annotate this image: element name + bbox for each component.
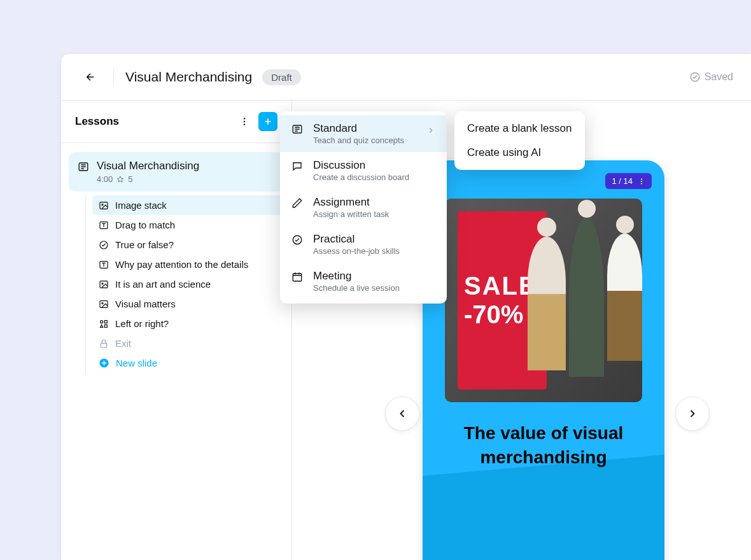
new-slide-button[interactable]: New slide [92, 353, 284, 373]
slide-label: It is an art and science [115, 279, 211, 290]
chevron-left-icon [396, 407, 409, 420]
menu-title: Practical [313, 233, 435, 246]
mannequin-icon [528, 237, 566, 326]
menu-item-create-ai[interactable]: Create using AI [454, 141, 585, 165]
slide-label: Left or right? [115, 318, 169, 329]
status-badge: Draft [262, 69, 301, 85]
chevron-right-icon [686, 407, 699, 420]
svg-rect-23 [293, 274, 302, 281]
svg-point-2 [244, 121, 245, 122]
svg-rect-15 [104, 320, 107, 323]
svg-rect-5 [100, 202, 108, 209]
slide-item[interactable]: Why pay attention to the details [92, 255, 284, 274]
slide-title: The value of visual merchandising [435, 421, 652, 470]
lesson-type-menu: StandardTeach and quiz concepts Discussi… [280, 111, 447, 304]
menu-item-meeting[interactable]: MeetingSchedule a live session [280, 263, 447, 300]
svg-point-20 [641, 183, 642, 184]
more-vertical-icon [638, 178, 645, 185]
check-circle-icon [99, 240, 109, 250]
menu-item-standard[interactable]: StandardTeach and quiz concepts [280, 115, 447, 152]
svg-point-14 [101, 320, 103, 323]
slide-item[interactable]: It is an art and science [92, 274, 284, 294]
plus-icon [263, 116, 273, 127]
menu-desc: Assess on-the-job skills [313, 246, 435, 256]
lesson-title: Visual Merchandising [97, 160, 199, 172]
slide-label: Why pay attention to the details [115, 259, 248, 270]
image-icon [99, 299, 109, 309]
pencil-icon [291, 197, 303, 209]
slide-item[interactable]: Left or right? [92, 314, 284, 333]
lessons-heading: Lessons [75, 115, 119, 128]
device-preview: 1 / 14 SALE -70% The value of visual mer… [423, 160, 664, 560]
lessons-more-button[interactable] [237, 114, 252, 129]
slide-label: Drag to match [115, 220, 175, 230]
back-button[interactable] [79, 66, 102, 88]
svg-point-18 [641, 178, 642, 179]
svg-point-19 [641, 181, 642, 182]
slide-item[interactable]: Exit [92, 333, 284, 353]
mannequin-icon [569, 218, 604, 377]
more-vertical-icon [239, 116, 249, 127]
slide-label: Exit [115, 338, 131, 349]
menu-title: Standard [313, 122, 418, 135]
svg-point-13 [102, 302, 103, 304]
new-slide-label: New slide [116, 358, 157, 368]
menu-item-assignment[interactable]: AssignmentAssign a written task [280, 189, 447, 226]
menu-desc: Create a discussion board [313, 172, 435, 182]
arrow-left-icon [85, 71, 96, 83]
lesson-rating: 5 [128, 174, 132, 184]
create-lesson-menu: Create a blank lesson Create using AI [454, 111, 585, 170]
svg-point-6 [102, 204, 103, 205]
calendar-icon [291, 271, 303, 283]
image-icon [99, 200, 109, 211]
saved-label: Saved [705, 71, 733, 83]
chat-icon [291, 160, 303, 172]
chevron-right-icon [426, 126, 435, 135]
menu-desc: Schedule a live session [313, 283, 435, 293]
lesson-icon [78, 161, 89, 184]
svg-rect-10 [100, 281, 108, 288]
shapes-icon [99, 319, 109, 329]
svg-rect-12 [100, 300, 108, 307]
svg-rect-16 [101, 343, 106, 347]
lesson-card[interactable]: Visual Merchandising 4:00 5 [69, 152, 284, 192]
text-icon [99, 260, 109, 270]
menu-title: Discussion [313, 159, 435, 172]
menu-item-practical[interactable]: PracticalAssess on-the-job skills [280, 226, 447, 263]
slide-image: SALE -70% [445, 199, 642, 402]
svg-point-11 [102, 283, 103, 284]
slide-item[interactable]: Image stack [92, 195, 284, 215]
menu-desc: Assign a written task [313, 209, 435, 219]
svg-point-3 [244, 123, 245, 125]
svg-point-1 [244, 118, 245, 119]
lesson-duration: 4:00 [97, 174, 113, 184]
plus-circle-icon [99, 358, 109, 368]
divider [113, 68, 114, 86]
star-icon [116, 176, 124, 183]
menu-desc: Teach and quiz concepts [313, 136, 418, 145]
add-lesson-button[interactable] [258, 112, 277, 131]
lock-icon [99, 339, 109, 349]
check-circle-icon [689, 71, 701, 83]
page-count: 1 / 14 [612, 176, 633, 186]
menu-item-discussion[interactable]: DiscussionCreate a discussion board [280, 152, 447, 189]
slide-item[interactable]: True or false? [92, 235, 284, 255]
menu-item-blank-lesson[interactable]: Create a blank lesson [454, 116, 585, 141]
app-header: Visual Merchandising Draft Saved [61, 54, 751, 101]
clipboard-check-icon [291, 234, 303, 246]
menu-title: Assignment [313, 196, 435, 209]
prev-slide-button[interactable] [385, 396, 419, 431]
text-icon [99, 220, 109, 230]
document-icon [291, 123, 303, 135]
lessons-sidebar: Lessons Visual Merchandising 4:00 [61, 101, 292, 560]
page-indicator[interactable]: 1 / 14 [605, 173, 652, 189]
next-slide-button[interactable] [675, 396, 710, 431]
slide-label: True or false? [115, 239, 174, 250]
page-title: Visual Merchandising [125, 69, 252, 85]
mannequin-icon [607, 234, 642, 316]
slide-item[interactable]: Drag to match [92, 215, 284, 235]
slide-label: Visual matters [115, 298, 176, 309]
slide-item[interactable]: Visual matters [92, 294, 284, 314]
menu-title: Meeting [313, 270, 435, 283]
slide-label: Image stack [115, 200, 167, 211]
